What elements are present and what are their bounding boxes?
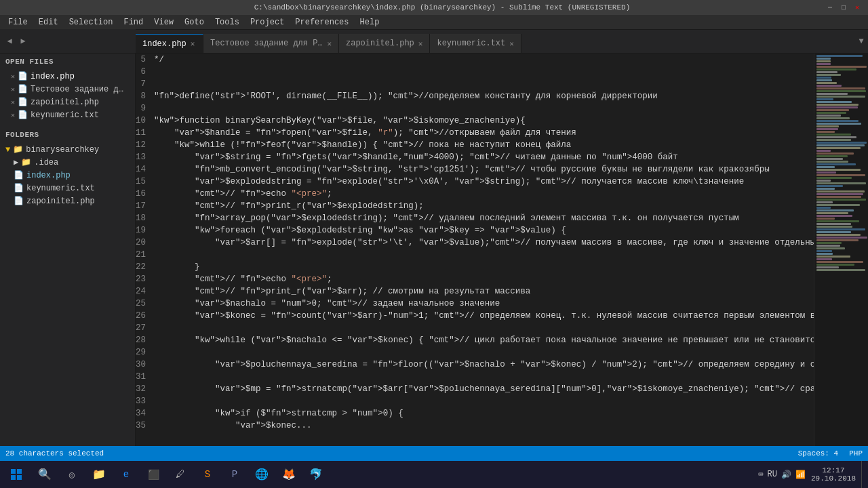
line-content[interactable]: "var">$poluchennaya_seredina = "fn">floo… xyxy=(151,359,814,371)
taskbar-cortana[interactable]: ◎ xyxy=(60,461,84,488)
titlebar: C:\sandbox\binarysearchkey\index.php (bi… xyxy=(0,0,868,15)
table-row: 31 xyxy=(136,371,814,383)
menu-preferences[interactable]: Preferences xyxy=(290,16,354,28)
expand-icon: ▶ xyxy=(14,157,18,167)
line-content[interactable]: "fn">define("str">'ROOT', dirname(__FILE… xyxy=(151,90,814,102)
svg-rect-1 xyxy=(17,469,22,474)
line-content[interactable] xyxy=(151,249,814,261)
sidebar-file-keynumeric[interactable]: 📄 keynumeric.txt xyxy=(0,182,135,195)
line-content[interactable] xyxy=(151,78,814,90)
sidebar-file-zapoinitel[interactable]: 📄 zapoinitel.php xyxy=(0,195,135,207)
taskbar-app1[interactable]: 🖊 xyxy=(168,461,193,488)
taskbar-files[interactable]: 📁 xyxy=(87,461,111,488)
taskbar-ff[interactable]: 🦊 xyxy=(277,461,301,488)
taskbar-sublime[interactable]: S xyxy=(195,461,220,488)
taskbar-cmd[interactable]: ⬛ xyxy=(141,461,165,488)
line-content[interactable]: "kw">while (!"fn">feof("var">$handle)) {… xyxy=(151,139,814,151)
table-row: 12 "kw">while (!"fn">feof("var">$handle)… xyxy=(136,139,814,151)
line-content[interactable]: "kw">while ("var">$nachalo <= "var">$kon… xyxy=(151,334,814,346)
maximize-button[interactable]: □ xyxy=(838,2,849,13)
line-content[interactable] xyxy=(151,395,814,407)
menu-project[interactable]: Project xyxy=(245,16,290,28)
sidebar-folder-idea[interactable]: ▶ 📁 .idea xyxy=(0,156,135,169)
line-content[interactable]: "var">$konec... xyxy=(151,420,814,432)
line-content[interactable] xyxy=(151,371,814,383)
tab-zapoinitel[interactable]: zapoinitel.php ✕ xyxy=(339,34,430,53)
line-content[interactable]: "var">$arr[] = "fn">explode("str">'\t', … xyxy=(151,237,814,249)
close-icon[interactable]: ✕ xyxy=(11,73,15,81)
taskbar-ie[interactable]: e xyxy=(114,461,138,488)
table-row: 34 "kw">if ($"fn">strnatcmp > "num">0) { xyxy=(136,407,814,420)
editor-scroll[interactable]: 5*/6 7 8"fn">define("str">'ROOT', dirnam… xyxy=(136,54,814,446)
line-content[interactable]: "kw">function binarySearchByKey("var">$f… xyxy=(151,115,814,127)
line-content[interactable]: */ xyxy=(151,54,814,66)
close-icon[interactable]: ✕ xyxy=(11,98,15,106)
menu-selection[interactable]: Selection xyxy=(64,16,119,28)
menu-view[interactable]: View xyxy=(149,16,179,28)
line-content[interactable] xyxy=(151,346,814,359)
line-content[interactable]: "fn">array_pop("var">$explodedstring); "… xyxy=(151,212,814,224)
tab-arrow-left[interactable]: ◀ xyxy=(3,29,16,53)
line-content[interactable]: "kw">if ($"fn">strnatcmp > "num">0) { xyxy=(151,407,814,420)
line-number: 6 xyxy=(136,66,151,78)
titlebar-title: C:\sandbox\binarysearchkey\index.php (bi… xyxy=(60,3,825,12)
line-content[interactable]: "cmt">// "fn">print_r("var">$explodedstr… xyxy=(151,200,814,212)
line-content[interactable]: "cmt">// "fn">print_r("var">$arr); // см… xyxy=(151,285,814,298)
sidebar-open-file-keynumeric[interactable]: ✕ 📄 keynumeric.txt xyxy=(0,108,135,121)
tab-arrow-right[interactable]: ▶ xyxy=(16,29,30,53)
taskbar-search[interactable]: 🔍 xyxy=(33,461,57,488)
line-content[interactable]: "cmt">// "fn">echo "<pre>"; xyxy=(151,188,814,200)
line-content[interactable]: } xyxy=(151,261,814,273)
show-desktop[interactable] xyxy=(861,461,865,488)
start-button[interactable] xyxy=(3,461,30,488)
menu-edit[interactable]: Edit xyxy=(33,16,64,28)
line-number: 29 xyxy=(136,346,151,359)
tab-close-keynumeric[interactable]: ✕ xyxy=(509,39,514,48)
tab-close-testovoe[interactable]: ✕ xyxy=(327,39,332,48)
line-content[interactable]: "var">$mp = "fn">strnatcmp("var">$arr["v… xyxy=(151,383,814,395)
line-content[interactable] xyxy=(151,66,814,78)
line-content[interactable]: "var">$string = "fn">fgets("var">$handle… xyxy=(151,151,814,163)
line-content[interactable]: "var">$handle = "fn">fopen("var">$file, … xyxy=(151,127,814,139)
sidebar-open-file-testovoe[interactable]: ✕ 📄 Тестовое задание для PHP програ... xyxy=(0,83,135,96)
minimize-button[interactable]: ─ xyxy=(825,2,835,13)
line-content[interactable]: "var">$nachalo = "num">0; "cmt">// задае… xyxy=(151,298,814,310)
menu-help[interactable]: Help xyxy=(355,16,385,28)
tab-keynumeric[interactable]: keynumeric.txt ✕ xyxy=(430,34,521,53)
tab-testovoe[interactable]: Тестовое задание для PHP программиста ✕ xyxy=(203,34,339,53)
table-row: 13 "var">$string = "fn">fgets("var">$han… xyxy=(136,151,814,163)
tab-dropdown[interactable]: ▼ xyxy=(854,29,868,53)
menu-tools[interactable]: Tools xyxy=(210,16,245,28)
table-row: 16 "cmt">// "fn">echo "<pre>"; xyxy=(136,188,814,200)
svg-rect-2 xyxy=(11,475,16,480)
line-content[interactable] xyxy=(151,322,814,334)
taskbar-php[interactable]: P xyxy=(222,461,247,488)
line-content[interactable]: "fn">mb_convert_encoding("var">$string, … xyxy=(151,163,814,176)
close-icon[interactable]: ✕ xyxy=(11,111,15,119)
sidebar-open-file-index[interactable]: ✕ 📄 index.php xyxy=(0,70,135,83)
sidebar-open-file-zapoinitel[interactable]: ✕ 📄 zapoinitel.php xyxy=(0,96,135,108)
close-button[interactable]: ✕ xyxy=(852,2,863,13)
line-content[interactable]: "kw">foreach ("var">$explodedstring "kw"… xyxy=(151,224,814,237)
clock[interactable]: 12:17 29.10.2018 xyxy=(811,466,856,483)
taskbar-app2[interactable]: 🐬 xyxy=(304,461,328,488)
tab-index-php[interactable]: index.php ✕ xyxy=(136,34,203,53)
taskbar-chrome[interactable]: 🌐 xyxy=(250,461,274,488)
tab-close-zapoinitel[interactable]: ✕ xyxy=(418,39,423,48)
line-content[interactable] xyxy=(151,102,814,115)
close-icon[interactable]: ✕ xyxy=(11,85,15,94)
sidebar: OPEN FILES ✕ 📄 index.php ✕ 📄 Тестовое за… xyxy=(0,54,136,446)
spaces-status: Spaces: 4 xyxy=(798,449,838,458)
sidebar-file-index-php[interactable]: 📄 index.php xyxy=(0,169,135,182)
menu-file[interactable]: File xyxy=(3,16,33,28)
menu-find[interactable]: Find xyxy=(118,16,149,28)
sidebar-folder-binarysearchkey[interactable]: ▼ 📁 binarysearchkey xyxy=(0,143,135,156)
menu-goto[interactable]: Goto xyxy=(179,16,210,28)
line-content[interactable]: "var">$explodedstring = "fn">explode("st… xyxy=(151,176,814,188)
line-content[interactable]: "cmt">// "fn">echo "<pre>"; xyxy=(151,273,814,285)
line-content[interactable]: "var">$konec = "fn">count("var">$arr)-"n… xyxy=(151,310,814,322)
titlebar-controls[interactable]: ─ □ ✕ xyxy=(825,2,863,13)
tab-close-index-php[interactable]: ✕ xyxy=(191,39,195,48)
code-editor[interactable]: 5*/6 7 8"fn">define("str">'ROOT', dirnam… xyxy=(136,54,868,446)
open-files-header: OPEN FILES xyxy=(0,54,135,70)
